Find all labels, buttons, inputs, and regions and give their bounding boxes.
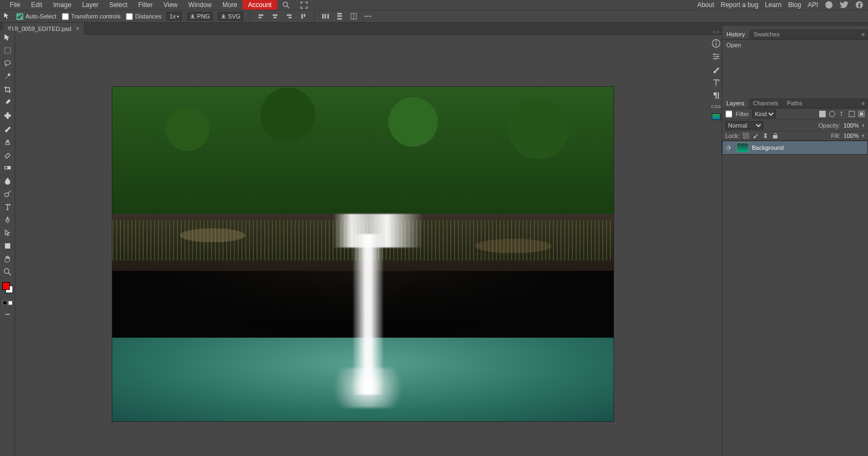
align-center-h-icon[interactable] (271, 12, 279, 21)
dodge-tool[interactable] (2, 189, 14, 199)
opacity-dropdown-icon[interactable]: ▾ (862, 123, 865, 128)
align-top-icon[interactable] (299, 12, 308, 21)
gradient-tool[interactable] (2, 163, 14, 173)
adjustments-icon[interactable] (712, 52, 720, 61)
tab-layers[interactable]: Layers (722, 98, 749, 108)
lock-transparent-icon[interactable] (743, 132, 749, 139)
layer-row-background[interactable]: Background (722, 141, 868, 155)
link-blog[interactable]: Blog (788, 1, 801, 9)
history-panel-menu-icon[interactable]: ≡ (858, 31, 868, 37)
paragraph-panel-icon[interactable] (712, 91, 720, 100)
layers-panel-tabs: Layers Channels Paths ≡ (722, 98, 868, 109)
opacity-label: Opacity: (819, 122, 840, 129)
shape-tool[interactable] (2, 241, 14, 251)
color-swatches[interactable] (2, 282, 13, 293)
svg-rect-34 (819, 111, 826, 117)
tab-paths[interactable]: Paths (783, 98, 807, 108)
link-report-bug[interactable]: Report a bug (721, 1, 758, 9)
zoom-tool[interactable] (2, 267, 14, 277)
menu-account[interactable]: Account (242, 0, 277, 10)
facebook-icon[interactable] (855, 1, 864, 9)
reddit-icon[interactable] (825, 1, 833, 9)
lock-all-icon[interactable] (772, 132, 778, 139)
link-api[interactable]: API (808, 1, 818, 9)
canvas-area[interactable] (15, 35, 711, 456)
menu-select[interactable]: Select (104, 0, 132, 10)
toolbar-collapse-icon[interactable] (5, 314, 10, 315)
svg-text:T: T (840, 111, 843, 117)
eraser-tool[interactable] (2, 150, 14, 160)
pen-tool[interactable] (2, 215, 14, 225)
menu-window[interactable]: Window (183, 0, 217, 10)
crop-tool[interactable] (2, 85, 14, 94)
layer-visibility-icon[interactable] (726, 144, 733, 151)
lock-position-icon[interactable] (762, 132, 769, 139)
lasso-tool[interactable] (2, 59, 14, 68)
filter-type-icon[interactable]: T (839, 111, 845, 117)
menu-view[interactable]: View (158, 0, 183, 10)
lock-image-icon[interactable] (752, 132, 759, 139)
layer-name[interactable]: Background (752, 144, 784, 151)
wand-tool[interactable] (2, 72, 14, 81)
menu-more[interactable]: More (217, 0, 242, 10)
align-left-icon[interactable] (257, 12, 265, 21)
history-entry[interactable]: Open (726, 42, 864, 48)
css-panel-icon[interactable]: CSS (711, 104, 721, 109)
layers-filter-toggle[interactable] (725, 110, 732, 118)
tab-history[interactable]: History (722, 29, 749, 39)
image-canvas[interactable] (112, 87, 614, 421)
menu-image[interactable]: Image (48, 0, 76, 10)
clone-tool[interactable] (2, 137, 14, 147)
align-right-icon[interactable] (285, 12, 293, 21)
auto-select-checkbox[interactable]: Auto-Select (16, 13, 56, 20)
zoom-selector[interactable]: 1x▾ (167, 12, 182, 21)
default-colors-icon[interactable] (3, 301, 12, 306)
more-align-icon[interactable] (349, 12, 358, 21)
tab-close-icon[interactable]: × (75, 25, 79, 33)
fill-value[interactable]: 100% (844, 132, 859, 139)
link-learn[interactable]: Learn (765, 1, 782, 9)
tab-swatches[interactable]: Swatches (749, 29, 784, 39)
move-tool[interactable] (2, 33, 14, 42)
document-tab[interactable]: !DJI_0059_EDITED.psd × (3, 23, 84, 35)
filter-adjust-icon[interactable] (829, 111, 835, 117)
hand-tool[interactable] (2, 254, 14, 264)
menu-layer[interactable]: Layer (76, 0, 104, 10)
path-select-tool[interactable] (2, 228, 14, 238)
transform-controls-checkbox[interactable]: Transform controls (62, 13, 120, 20)
tab-channels[interactable]: Channels (749, 98, 782, 108)
healing-tool[interactable] (2, 111, 14, 121)
distribute-h-icon[interactable] (321, 12, 330, 21)
filter-shape-icon[interactable] (848, 111, 855, 117)
menu-filter[interactable]: Filter (133, 0, 158, 10)
marquee-tool[interactable] (2, 46, 14, 55)
brush-panel-icon[interactable] (712, 65, 720, 74)
opacity-value[interactable]: 100% (844, 122, 859, 129)
filter-smart-icon[interactable] (858, 111, 865, 117)
type-tool[interactable] (2, 202, 14, 212)
fill-dropdown-icon[interactable]: ▾ (862, 133, 865, 138)
character-panel-icon[interactable] (712, 78, 720, 87)
menu-fullscreen-icon[interactable] (295, 0, 313, 10)
menu-search-icon[interactable] (277, 0, 295, 10)
export-png-button[interactable]: PNG (187, 12, 213, 21)
link-about[interactable]: About (697, 1, 714, 9)
svg-rect-8 (337, 18, 342, 20)
distances-checkbox[interactable]: Distances (126, 13, 161, 20)
navigator-thumb-icon[interactable] (712, 113, 720, 120)
export-svg-button[interactable]: SVG (218, 12, 243, 21)
layers-panel-menu-icon[interactable]: ≡ (858, 100, 868, 106)
distribute-v-icon[interactable] (335, 12, 344, 21)
info-icon[interactable] (712, 39, 720, 48)
twitter-icon[interactable] (840, 1, 848, 9)
menu-edit[interactable]: Edit (25, 0, 48, 10)
blend-mode-select[interactable]: Normal (725, 121, 763, 130)
options-overflow-icon[interactable] (363, 12, 372, 21)
blur-tool[interactable] (2, 176, 14, 186)
eyedropper-tool[interactable] (2, 98, 14, 107)
strip-expand-icon[interactable]: <·> (712, 29, 719, 35)
filter-pixel-icon[interactable] (819, 111, 826, 117)
brush-tool[interactable] (2, 124, 14, 134)
layers-kind-select[interactable]: Kind (752, 110, 776, 118)
menu-file[interactable]: File (4, 0, 25, 10)
